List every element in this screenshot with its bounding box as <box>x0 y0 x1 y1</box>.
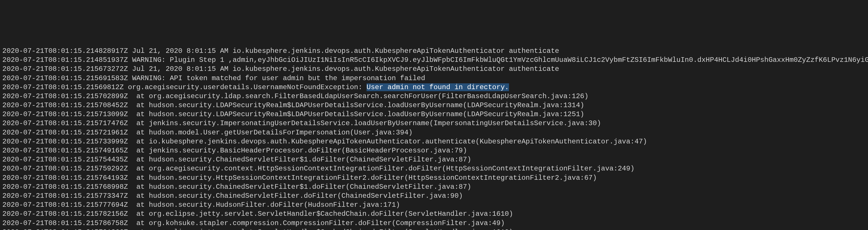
log-timestamp: 2020-07-21T08:01:15.215749165Z <box>2 146 128 155</box>
log-message: at hudson.security.ChainedServletFilter$… <box>128 183 471 191</box>
log-message: at hudson.security.HttpSessionContextInt… <box>128 174 597 182</box>
log-message: Jul 21, 2020 8:01:15 AM io.kubesphere.je… <box>128 47 559 55</box>
log-line: 2020-07-21T08:01:15.215673272Z Jul 21, 2… <box>2 64 866 73</box>
log-line: 2020-07-21T08:01:15.215717476Z at jenkin… <box>2 119 866 128</box>
log-line: 2020-07-21T08:01:15.215759292Z at org.ac… <box>2 164 866 173</box>
log-timestamp: 2020-07-21T08:01:15.215791266Z <box>2 228 128 230</box>
log-line: 2020-07-21T08:01:15.21569812Z org.acegis… <box>2 83 866 92</box>
log-line: 2020-07-21T08:01:15.215791266Z at org.ec… <box>2 228 866 230</box>
log-timestamp: 2020-07-21T08:01:15.215708452Z <box>2 101 128 109</box>
log-message: at hudson.security.ChainedServletFilter.… <box>128 192 463 200</box>
log-message: at hudson.security.LDAPSecurityRealm$LDA… <box>128 101 584 109</box>
log-timestamp: 2020-07-21T08:01:15.215773347Z <box>2 192 128 200</box>
log-message: at hudson.model.User.getUserDetailsForIm… <box>128 129 412 136</box>
log-message: at jenkins.security.BasicHeaderProcessor… <box>128 146 467 155</box>
log-line: 2020-07-21T08:01:15.215782156Z at org.ec… <box>2 209 866 219</box>
log-timestamp: 2020-07-21T08:01:15.215691583Z <box>2 74 128 82</box>
log-timestamp: 2020-07-21T08:01:15.215768998Z <box>2 183 128 191</box>
log-timestamp: 2020-07-21T08:01:15.215713099Z <box>2 110 128 118</box>
log-line: 2020-07-21T08:01:15.215777694Z at hudson… <box>2 200 866 209</box>
log-timestamp: 2020-07-21T08:01:15.215759292Z <box>2 165 128 172</box>
log-timestamp: 2020-07-21T08:01:15.215702899Z <box>2 92 128 100</box>
log-viewer: 2020-07-21T08:01:15.214828917Z Jul 21, 2… <box>0 45 868 230</box>
log-timestamp: 2020-07-21T08:01:15.215782156Z <box>2 210 128 218</box>
log-timestamp: 2020-07-21T08:01:15.214828917Z <box>2 47 128 55</box>
log-message: at org.eclipse.jetty.servlet.ServletHand… <box>128 210 513 218</box>
log-timestamp: 2020-07-21T08:01:15.215717476Z <box>2 119 128 127</box>
log-message: at org.kohsuke.stapler.compression.Compr… <box>128 219 505 227</box>
log-timestamp: 2020-07-21T08:01:15.215721961Z <box>2 129 128 136</box>
log-line: 2020-07-21T08:01:15.215733999Z at io.kub… <box>2 137 866 146</box>
log-line: 2020-07-21T08:01:15.215773347Z at hudson… <box>2 191 866 200</box>
log-timestamp: 2020-07-21T08:01:15.215733999Z <box>2 138 128 145</box>
log-timestamp: 2020-07-21T08:01:15.215786758Z <box>2 219 128 227</box>
log-message: at jenkins.security.ImpersonatingUserDet… <box>128 119 601 127</box>
log-line: 2020-07-21T08:01:15.215721961Z at hudson… <box>2 128 866 137</box>
log-message: at hudson.security.HudsonFilter.doFilter… <box>128 201 400 209</box>
log-timestamp: 2020-07-21T08:01:15.214851937Z <box>2 56 128 64</box>
log-message: at org.acegisecurity.context.HttpSession… <box>128 165 634 172</box>
log-line: 2020-07-21T08:01:15.215708452Z at hudson… <box>2 101 866 110</box>
log-line: 2020-07-21T08:01:15.214851937Z WARNING: … <box>2 56 866 64</box>
log-line: 2020-07-21T08:01:15.215713099Z at hudson… <box>2 110 866 119</box>
log-highlight[interactable]: User admin not found in directory. <box>367 84 509 91</box>
log-line: 2020-07-21T08:01:15.215749165Z at jenkin… <box>2 146 866 155</box>
log-message: at org.acegisecurity.ldap.search.FilterB… <box>128 92 588 100</box>
log-message: at hudson.security.ChainedServletFilter$… <box>128 156 471 164</box>
log-message: at org.eclipse.jetty.servlet.ServletHand… <box>128 228 513 230</box>
log-timestamp: 2020-07-21T08:01:15.21569812Z <box>2 84 124 91</box>
log-timestamp: 2020-07-21T08:01:15.215764193Z <box>2 174 128 182</box>
log-message: Jul 21, 2020 8:01:15 AM io.kubesphere.je… <box>128 65 559 73</box>
log-timestamp: 2020-07-21T08:01:15.215777694Z <box>2 201 128 209</box>
log-line: 2020-07-21T08:01:15.215768998Z at hudson… <box>2 183 866 191</box>
log-line: 2020-07-21T08:01:15.215702899Z at org.ac… <box>2 92 866 101</box>
log-timestamp: 2020-07-21T08:01:15.215673272Z <box>2 65 128 73</box>
log-line: 2020-07-21T08:01:15.215691583Z WARNING: … <box>2 74 866 83</box>
log-line: 2020-07-21T08:01:15.214828917Z Jul 21, 2… <box>2 46 866 56</box>
log-message: at hudson.security.LDAPSecurityRealm$LDA… <box>128 110 584 118</box>
log-timestamp: 2020-07-21T08:01:15.215754435Z <box>2 156 128 164</box>
log-message: org.acegisecurity.userdetails.UsernameNo… <box>124 84 367 91</box>
log-message: WARNING: Plugin Step 1 ,admin,eyJhbGciOi… <box>128 56 868 64</box>
log-line: 2020-07-21T08:01:15.215754435Z at hudson… <box>2 155 866 164</box>
log-message: WARNING: API token matched for user admi… <box>128 74 425 82</box>
log-line: 2020-07-21T08:01:15.215764193Z at hudson… <box>2 173 866 183</box>
log-message: at io.kubesphere.jenkins.devops.auth.Kub… <box>128 138 647 145</box>
log-line: 2020-07-21T08:01:15.215786758Z at org.ko… <box>2 219 866 228</box>
